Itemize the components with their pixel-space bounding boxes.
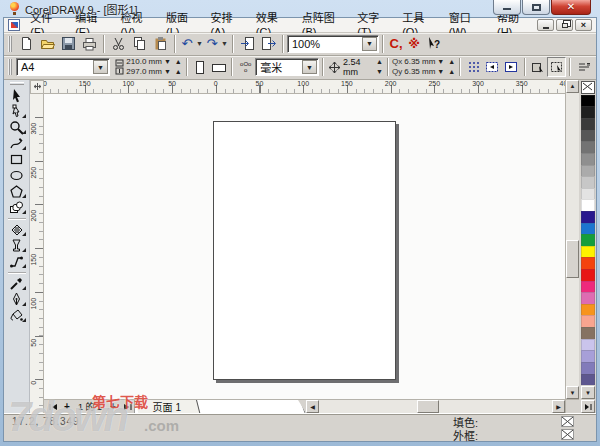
undo-dropdown[interactable]: ▼: [195, 34, 204, 54]
rectangle-tool[interactable]: [6, 152, 28, 168]
vertical-scroll-thumb[interactable]: [566, 240, 579, 278]
palette-color-swatch[interactable]: [581, 234, 595, 246]
corel-online-button[interactable]: ※: [405, 34, 423, 54]
palette-color-swatch[interactable]: [581, 165, 595, 177]
paper-type-dropdown-icon[interactable]: ▼: [93, 60, 108, 74]
landscape-button[interactable]: [210, 57, 229, 77]
nudge-spinner[interactable]: ▲▼: [376, 57, 384, 77]
horizontal-scrollbar[interactable]: ◀ ▶: [306, 400, 565, 413]
duplicate-distance-spinners[interactable]: Qx6.35 mm▼ ▲ Qy6.35 mm▼ ▲: [392, 57, 456, 77]
outline-tool[interactable]: [6, 292, 28, 308]
horizontal-scroll-track[interactable]: [319, 400, 552, 413]
snap-to-grid-button[interactable]: [464, 57, 483, 77]
minimize-button[interactable]: [493, 0, 521, 15]
ruler-origin-button[interactable]: [30, 80, 44, 94]
last-page-button[interactable]: [120, 401, 134, 413]
palette-color-swatch[interactable]: [581, 199, 595, 211]
zoom-dropdown-icon[interactable]: ▼: [362, 37, 377, 51]
whats-this-button[interactable]: ?: [423, 34, 444, 54]
application-launcher-button[interactable]: C,: [387, 34, 405, 54]
scroll-down-button[interactable]: ▼: [566, 386, 579, 399]
title-bar[interactable]: CorelDRAW 9 - [图形1] ✕: [3, 0, 597, 17]
maximize-button[interactable]: [522, 0, 550, 15]
eyedropper-tool[interactable]: [6, 276, 28, 292]
palette-color-swatch[interactable]: [581, 281, 595, 293]
document-system-icon[interactable]: [8, 19, 20, 31]
nudge-offset-value[interactable]: 2.54 mm: [341, 57, 376, 77]
new-button[interactable]: [16, 34, 37, 54]
palette-color-swatch[interactable]: [581, 339, 595, 351]
ellipse-tool[interactable]: [6, 168, 28, 184]
palette-scroll-down-button[interactable]: ▼: [581, 386, 595, 399]
save-button[interactable]: [58, 34, 79, 54]
treat-as-filled-button[interactable]: [529, 57, 548, 77]
palette-color-swatch[interactable]: [581, 269, 595, 281]
undo-button[interactable]: ↶: [179, 34, 195, 54]
redo-dropdown[interactable]: ▼: [220, 34, 229, 54]
export-button[interactable]: [258, 34, 279, 54]
palette-color-swatch[interactable]: [581, 95, 595, 107]
palette-color-swatch[interactable]: [581, 374, 595, 386]
pick-tool[interactable]: [6, 88, 28, 104]
mdi-close-button[interactable]: ×: [575, 19, 592, 31]
print-button[interactable]: [79, 34, 100, 54]
paper-type-combo[interactable]: A4 ▼: [16, 58, 110, 76]
paste-button[interactable]: [150, 34, 171, 54]
page-tab[interactable]: 页面 1: [135, 400, 200, 413]
marquee-select-button[interactable]: [547, 57, 566, 77]
import-button[interactable]: [237, 34, 258, 54]
default-units-button[interactable]: oOoo: [236, 57, 255, 77]
no-color-swatch[interactable]: [581, 81, 595, 94]
palette-color-swatch[interactable]: [581, 130, 595, 142]
palette-color-swatch[interactable]: [581, 176, 595, 188]
shape-tool[interactable]: [6, 104, 28, 120]
toolbar-grip[interactable]: [8, 36, 12, 52]
snap-to-objects-button[interactable]: [502, 57, 521, 77]
mdi-restore-button[interactable]: [556, 19, 573, 31]
cut-button[interactable]: [108, 34, 129, 54]
redo-button[interactable]: ↷: [204, 34, 220, 54]
palette-color-swatch[interactable]: [581, 153, 595, 165]
palette-color-swatch[interactable]: [581, 257, 595, 269]
horizontal-scroll-thumb[interactable]: [417, 400, 439, 413]
palette-color-swatch[interactable]: [581, 141, 595, 153]
drawing-canvas[interactable]: [44, 94, 565, 399]
open-button[interactable]: [37, 34, 58, 54]
copy-button[interactable]: [129, 34, 150, 54]
freehand-tool[interactable]: [6, 136, 28, 152]
palette-expand-button[interactable]: [581, 400, 595, 413]
zoom-level-combo[interactable]: 100% ▼: [287, 35, 379, 53]
palette-color-swatch[interactable]: [581, 223, 595, 235]
palette-color-swatch[interactable]: [581, 362, 595, 374]
scroll-left-button[interactable]: ◀: [306, 400, 319, 413]
palette-color-swatch[interactable]: [581, 292, 595, 304]
zoom-tool[interactable]: [6, 120, 28, 136]
palette-color-swatch[interactable]: [581, 327, 595, 339]
vertical-scrollbar[interactable]: ▲ ▼: [565, 80, 579, 413]
palette-color-swatch[interactable]: [581, 106, 595, 118]
interactive-fill-tool[interactable]: [6, 222, 28, 238]
palette-color-swatch[interactable]: [581, 315, 595, 327]
mdi-minimize-button[interactable]: [537, 19, 554, 31]
add-page-before-button[interactable]: +: [60, 401, 74, 413]
scroll-up-button[interactable]: ▲: [566, 80, 579, 93]
close-button[interactable]: ✕: [551, 0, 591, 15]
interactive-transparency-tool[interactable]: [6, 238, 28, 254]
scroll-right-button[interactable]: ▶: [552, 400, 565, 413]
property-bar-options-button[interactable]: [574, 57, 593, 77]
polygon-tool[interactable]: [6, 184, 28, 200]
snap-to-guidelines-button[interactable]: [483, 57, 502, 77]
palette-color-swatch[interactable]: [581, 211, 595, 223]
palette-color-swatch[interactable]: [581, 118, 595, 130]
add-page-after-button[interactable]: +: [106, 401, 120, 413]
paper-size-spinners[interactable]: 210.0 mm▼ ▲ 297.0 mm▼ ▲: [126, 57, 182, 77]
units-combo[interactable]: 毫米 ▼: [255, 58, 319, 76]
fill-tool[interactable]: [6, 308, 28, 324]
palette-color-swatch[interactable]: [581, 350, 595, 362]
interactive-connector-tool[interactable]: [6, 254, 28, 270]
toolbar-grip[interactable]: [8, 59, 12, 75]
palette-color-swatch[interactable]: [581, 304, 595, 316]
palette-color-swatch[interactable]: [581, 246, 595, 258]
units-dropdown-icon[interactable]: ▼: [302, 60, 317, 74]
interactive-blend-tool[interactable]: [6, 200, 28, 216]
